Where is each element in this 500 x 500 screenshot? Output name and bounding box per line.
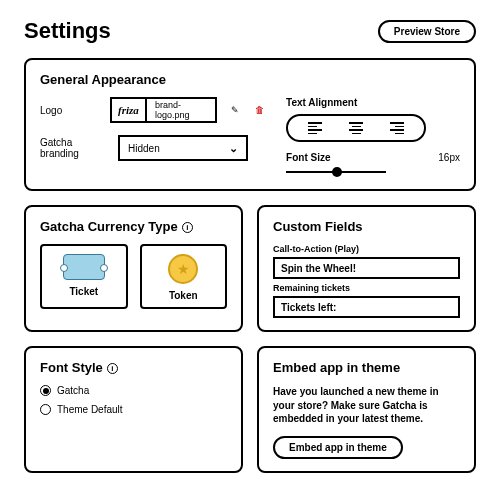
radio-icon	[40, 404, 51, 415]
custom-fields-card: Custom Fields Call-to-Action (Play) Rema…	[257, 205, 476, 332]
currency-token-label: Token	[169, 290, 198, 301]
font-gatcha-label: Gatcha	[57, 385, 89, 396]
embed-body: Have you launched a new theme in your st…	[273, 385, 460, 426]
info-icon[interactable]: i	[107, 363, 118, 374]
radio-icon	[40, 385, 51, 396]
star-icon: ★	[177, 261, 190, 277]
branding-select[interactable]: Hidden ⌄	[118, 135, 248, 161]
info-icon[interactable]: i	[182, 222, 193, 233]
align-right-button[interactable]	[386, 120, 408, 136]
page-title: Settings	[24, 18, 111, 44]
currency-ticket-label: Ticket	[69, 286, 98, 297]
general-appearance-card: General Appearance Logo friza brand-logo…	[24, 58, 476, 191]
edit-icon[interactable]: ✎	[229, 103, 241, 117]
text-alignment-group	[286, 114, 426, 142]
branding-value: Hidden	[128, 143, 160, 154]
logo-preview: friza	[112, 99, 147, 121]
currency-option-ticket[interactable]: Ticket	[40, 244, 128, 309]
token-icon: ★	[168, 254, 198, 284]
general-appearance-title: General Appearance	[40, 72, 460, 87]
currency-type-title: Gatcha Currency Typei	[40, 219, 227, 234]
font-option-theme-default[interactable]: Theme Default	[40, 404, 227, 415]
chevron-down-icon: ⌄	[229, 142, 238, 155]
font-style-card: Font Stylei Gatcha Theme Default	[24, 346, 243, 473]
align-center-button[interactable]	[345, 120, 367, 136]
remaining-input[interactable]	[273, 296, 460, 318]
font-option-gatcha[interactable]: Gatcha	[40, 385, 227, 396]
logo-filename: brand-logo.png	[147, 100, 215, 120]
font-style-title-text: Font Style	[40, 360, 103, 375]
font-size-value: 16px	[438, 152, 460, 163]
slider-thumb[interactable]	[332, 167, 342, 177]
cta-label: Call-to-Action (Play)	[273, 244, 460, 254]
delete-icon[interactable]: 🗑	[254, 103, 266, 117]
text-alignment-label: Text Alignment	[286, 97, 460, 108]
custom-fields-title: Custom Fields	[273, 219, 460, 234]
embed-title: Embed app in theme	[273, 360, 460, 375]
currency-type-card: Gatcha Currency Typei Ticket ★ Token	[24, 205, 243, 332]
ticket-icon	[63, 254, 105, 280]
currency-option-token[interactable]: ★ Token	[140, 244, 228, 309]
embed-card: Embed app in theme Have you launched a n…	[257, 346, 476, 473]
align-left-button[interactable]	[304, 120, 326, 136]
logo-label: Logo	[40, 105, 102, 116]
cta-input[interactable]	[273, 257, 460, 279]
remaining-label: Remaining tickets	[273, 283, 460, 293]
currency-type-title-text: Gatcha Currency Type	[40, 219, 178, 234]
font-theme-default-label: Theme Default	[57, 404, 123, 415]
branding-label: Gatcha branding	[40, 137, 110, 159]
font-size-label: Font Size	[286, 152, 330, 163]
preview-store-button[interactable]: Preview Store	[378, 20, 476, 43]
font-style-title: Font Stylei	[40, 360, 227, 375]
embed-button[interactable]: Embed app in theme	[273, 436, 403, 459]
logo-uploader[interactable]: friza brand-logo.png	[110, 97, 217, 123]
font-size-slider[interactable]	[286, 167, 386, 177]
